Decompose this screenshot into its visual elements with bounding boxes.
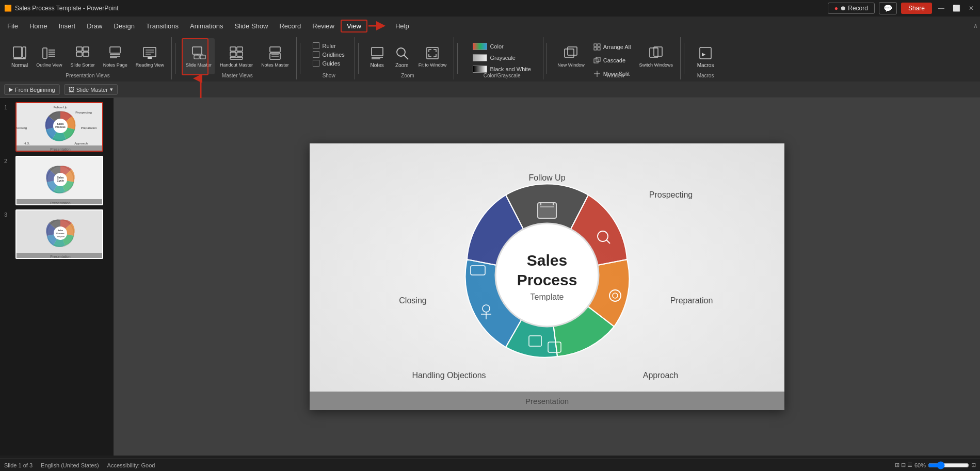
main-area: 1 Sales Process <box>0 98 980 456</box>
ribbon-group-presentation-views: Normal Outline View Slide Sorter <box>4 37 172 79</box>
btn-arrange-all[interactable]: Arrange All <box>590 41 634 53</box>
bw-indicator <box>473 66 487 73</box>
fit-btn[interactable]: ⊡ <box>971 462 976 468</box>
ribbon-group-window: New Window Arrange All Cascade <box>550 37 681 79</box>
ribbon-collapse-btn[interactable]: ∧ <box>973 22 978 29</box>
ruler-checkbox[interactable] <box>313 42 319 49</box>
language-info: English (United States) <box>41 462 99 468</box>
new-window-icon <box>563 45 579 61</box>
btn-fit-to-window[interactable]: Fit to Window <box>415 38 450 74</box>
checkbox-ruler[interactable]: Ruler <box>313 42 344 49</box>
ribbon: Normal Outline View Slide Sorter <box>0 35 980 82</box>
play-icon: ▶ <box>9 86 13 93</box>
svg-text:Approach: Approach <box>642 371 678 380</box>
slide-thumb-2[interactable]: Sales Cycle Presentation <box>15 156 103 205</box>
btn-zoom[interactable]: Zoom <box>391 38 413 74</box>
menu-design[interactable]: Design <box>109 20 140 32</box>
slide-master-qa-icon: 🖼 <box>69 87 74 93</box>
svg-text:Presentation: Presentation <box>50 255 70 258</box>
zoom-level: 60% <box>914 462 926 468</box>
svg-rect-37 <box>372 47 383 56</box>
share-btn[interactable]: Share <box>901 3 932 14</box>
slide-thumb-1[interactable]: Sales Process Follow Up Prospecting Prep… <box>15 102 103 152</box>
record-title-btn[interactable]: ● ⏺ Record <box>828 3 875 14</box>
svg-text:Sales: Sales <box>526 252 567 269</box>
close-icon[interactable]: ✕ <box>967 5 976 12</box>
master-views-label: Master Views <box>222 73 253 78</box>
menu-draw[interactable]: Draw <box>82 20 107 32</box>
svg-rect-30 <box>237 52 243 56</box>
btn-notes[interactable]: Notes <box>366 38 389 74</box>
maximize-icon[interactable]: ⬜ <box>951 5 962 12</box>
comments-btn[interactable]: 💬 <box>879 2 897 14</box>
minimize-icon[interactable]: — <box>936 5 946 12</box>
svg-rect-47 <box>594 47 597 50</box>
normal-view-icon <box>11 45 28 61</box>
btn-slide-sorter[interactable]: Slide Sorter <box>68 38 98 74</box>
quick-access-bar: ▶ From Beginning 🖼 Slide Master ▾ <box>0 82 980 98</box>
menu-help[interactable]: Help <box>390 20 414 32</box>
svg-line-41 <box>404 55 408 59</box>
btn-reading-view[interactable]: Reading View <box>133 38 167 74</box>
slide-item-3[interactable]: 3 Sales Process Template <box>4 209 109 259</box>
app-icon: 🟧 <box>4 5 12 12</box>
btn-new-window[interactable]: New Window <box>554 38 588 74</box>
btn-macros[interactable]: ▶ Macros <box>694 38 717 74</box>
slide-item-2[interactable]: 2 Sales Cycle Presenta <box>4 156 109 205</box>
menu-transitions[interactable]: Transitions <box>141 20 184 32</box>
ribbon-group-zoom: Notes Zoom Fit to Window Zoom <box>362 37 455 79</box>
svg-rect-12 <box>83 52 89 56</box>
svg-text:Approach: Approach <box>74 142 88 145</box>
menu-insert[interactable]: Insert <box>54 20 81 32</box>
menu-home[interactable]: Home <box>24 20 53 32</box>
btn-notes-page[interactable]: Notes Page <box>100 38 131 74</box>
menu-record[interactable]: Record <box>274 20 306 32</box>
window-label: Window <box>606 73 624 78</box>
menu-file[interactable]: File <box>2 20 23 32</box>
svg-rect-24 <box>200 55 205 59</box>
checkbox-gridlines[interactable]: Gridlines <box>313 51 344 58</box>
guides-checkbox[interactable] <box>313 60 319 67</box>
slide-item-1[interactable]: 1 Sales Process <box>4 102 109 152</box>
btn-color[interactable]: Color <box>470 41 534 52</box>
slide-panel: 1 Sales Process <box>0 98 114 456</box>
btn-switch-windows[interactable]: Switch Windows <box>636 38 677 74</box>
zoom-slider[interactable] <box>928 461 969 469</box>
gridlines-checkbox[interactable] <box>313 51 319 58</box>
svg-text:Follow Up: Follow Up <box>54 106 68 109</box>
fit-to-window-icon <box>424 45 441 61</box>
svg-rect-9 <box>76 47 82 51</box>
svg-rect-45 <box>594 44 597 46</box>
btn-outline-view[interactable]: Outline View <box>33 38 65 74</box>
qa-slide-master[interactable]: 🖼 Slide Master ▾ <box>64 84 118 95</box>
ribbon-group-show: Ruler Gridlines Guides Show <box>303 37 355 79</box>
menu-view[interactable]: View <box>341 20 367 33</box>
svg-text:H.O.: H.O. <box>24 142 30 145</box>
btn-grayscale[interactable]: Grayscale <box>470 53 534 63</box>
menu-slideshow[interactable]: Slide Show <box>229 20 273 32</box>
svg-rect-22 <box>192 47 202 54</box>
checkbox-guides[interactable]: Guides <box>313 60 344 67</box>
menu-review[interactable]: Review <box>307 20 340 32</box>
menu-animations[interactable]: Animations <box>185 20 228 32</box>
btn-slide-master[interactable]: Slide Master <box>183 38 215 74</box>
zoom-icon <box>394 45 410 61</box>
ribbon-group-color: Color Grayscale Black and White Color/Gr… <box>461 37 543 79</box>
btn-notes-master[interactable]: Notes Master <box>258 38 292 74</box>
svg-point-40 <box>397 48 405 56</box>
move-split-icon <box>593 70 601 78</box>
btn-handout-master[interactable]: Handout Master <box>217 38 256 74</box>
svg-rect-4 <box>43 48 47 58</box>
svg-text:Process: Process <box>56 232 65 235</box>
slide-canvas[interactable]: Sales Process Template <box>310 143 784 410</box>
ribbon-group-macros: ▶ Macros Macros <box>687 37 724 79</box>
svg-text:Preparation: Preparation <box>670 296 713 305</box>
slide-number-1: 1 <box>4 102 12 110</box>
btn-normal[interactable]: Normal <box>8 38 31 74</box>
qa-from-beginning[interactable]: ▶ From Beginning <box>4 84 60 95</box>
color-grayscale-label: Color/Grayscale <box>484 73 521 78</box>
svg-text:Template: Template <box>530 293 564 301</box>
svg-rect-44 <box>568 47 577 55</box>
btn-cascade[interactable]: Cascade <box>590 55 634 66</box>
slide-thumb-3[interactable]: Sales Process Template Presentation <box>15 209 103 259</box>
